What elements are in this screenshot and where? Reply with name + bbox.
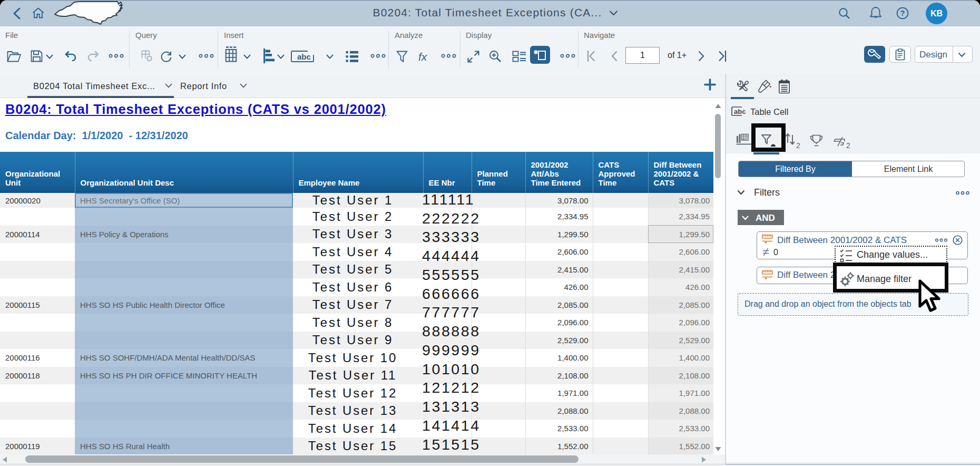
svg-text:abc: abc — [297, 52, 311, 61]
svg-text:2: 2 — [846, 141, 850, 150]
svg-text:abc: abc — [734, 108, 746, 115]
svg-text:2: 2 — [796, 141, 800, 150]
svg-text:fx: fx — [418, 51, 428, 63]
svg-text:?: ? — [900, 9, 905, 17]
